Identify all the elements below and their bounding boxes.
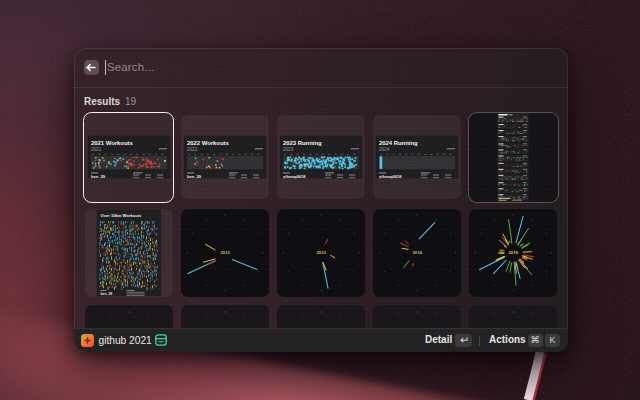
svg-text:2018: 2018	[509, 250, 519, 255]
svg-text:2022: 2022	[187, 146, 198, 151]
svg-text:2023 Running: 2023 Running	[283, 139, 322, 145]
svg-text:yihong0618: yihong0618	[379, 173, 402, 178]
svg-text:Over 10km Workouts: Over 10km Workouts	[100, 212, 142, 217]
svg-text:2024 Running: 2024 Running	[379, 139, 418, 145]
svg-text:ben_29: ben_29	[91, 174, 106, 179]
svg-text:2013: 2013	[317, 250, 327, 255]
svg-text:2023: 2023	[283, 146, 294, 151]
svg-text:2021: 2021	[91, 147, 102, 152]
svg-text:yihong0618: yihong0618	[283, 173, 306, 178]
svg-text:ben_29: ben_29	[100, 292, 112, 296]
svg-text:ben_29: ben_29	[187, 173, 202, 178]
svg-text:2014: 2014	[413, 250, 423, 255]
svg-text:2021 Workouts: 2021 Workouts	[91, 140, 134, 146]
svg-text:2012: 2012	[220, 250, 230, 255]
svg-text:2024: 2024	[379, 146, 390, 151]
svg-text:2022 Workouts: 2022 Workouts	[187, 139, 230, 145]
